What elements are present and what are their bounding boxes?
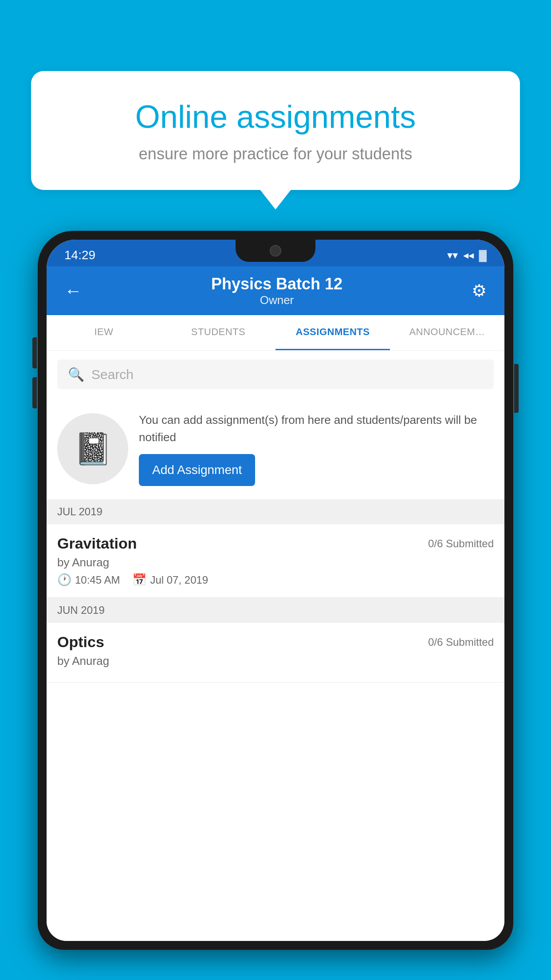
search-bar[interactable]: 🔍 Search	[57, 360, 494, 389]
tab-assignments[interactable]: ASSIGNMENTS	[276, 315, 390, 350]
tab-students[interactable]: STUDENTS	[161, 315, 276, 350]
signal-icon: ◂◂	[463, 249, 474, 261]
assignment-top-row-optics: Optics 0/6 Submitted	[57, 633, 494, 651]
clock-icon: 🕐	[57, 573, 71, 587]
assignment-top-row: Gravitation 0/6 Submitted	[57, 535, 494, 552]
tabs-bar: IEW STUDENTS ASSIGNMENTS ANNOUNCEM…	[47, 315, 504, 351]
volume-up-button	[32, 337, 37, 368]
assignment-time: 🕐 10:45 AM	[57, 573, 120, 587]
volume-down-button	[32, 377, 37, 408]
app-bar-title: Physics Batch 12	[87, 275, 467, 293]
power-button	[514, 364, 519, 413]
assignment-meta: 🕐 10:45 AM 📅 Jul 07, 2019	[57, 573, 494, 587]
bubble-subtitle: ensure more practice for your students	[62, 145, 489, 163]
bubble-title: Online assignments	[62, 98, 489, 136]
app-bar-title-area: Physics Batch 12 Owner	[87, 275, 467, 307]
add-assignment-button[interactable]: Add Assignment	[139, 454, 255, 486]
phone-outer: 14:29 ▾▾ ◂◂ ▓ ← Physics Batch 12 Owner ⚙…	[38, 231, 513, 950]
section-header-jul: JUL 2019	[47, 499, 504, 524]
wifi-icon: ▾▾	[447, 249, 458, 261]
promo-text-area: You can add assignment(s) from here and …	[139, 411, 494, 486]
tab-iew[interactable]: IEW	[47, 315, 161, 350]
phone-notch	[236, 240, 315, 262]
speech-bubble-section: Online assignments ensure more practice …	[31, 71, 520, 190]
status-time: 14:29	[64, 248, 95, 262]
assignment-status: 0/6 Submitted	[428, 537, 494, 550]
phone-mockup: 14:29 ▾▾ ◂◂ ▓ ← Physics Batch 12 Owner ⚙…	[38, 231, 513, 980]
speech-bubble: Online assignments ensure more practice …	[31, 71, 520, 190]
assignment-date: 📅 Jul 07, 2019	[132, 573, 208, 587]
notebook-icon: 📓	[74, 431, 112, 467]
assignment-date-value: Jul 07, 2019	[150, 574, 208, 586]
assignment-time-value: 10:45 AM	[75, 574, 120, 586]
assignment-item-gravitation[interactable]: Gravitation 0/6 Submitted by Anurag 🕐 10…	[47, 524, 504, 598]
app-bar-subtitle: Owner	[87, 293, 467, 307]
search-icon: 🔍	[68, 367, 84, 382]
assignment-author: by Anurag	[57, 556, 494, 569]
section-header-jun: JUN 2019	[47, 598, 504, 623]
assignment-title: Gravitation	[57, 535, 137, 552]
promo-icon-circle: 📓	[57, 413, 128, 484]
front-camera	[270, 245, 281, 257]
promo-description: You can add assignment(s) from here and …	[139, 411, 494, 446]
phone-screen: 14:29 ▾▾ ◂◂ ▓ ← Physics Batch 12 Owner ⚙…	[47, 240, 504, 941]
status-icons: ▾▾ ◂◂ ▓	[447, 249, 487, 261]
tab-announcements[interactable]: ANNOUNCEM…	[390, 315, 504, 350]
battery-icon: ▓	[479, 249, 487, 261]
calendar-icon: 📅	[132, 573, 146, 587]
search-placeholder: Search	[91, 367, 134, 382]
promo-section: 📓 You can add assignment(s) from here an…	[47, 398, 504, 499]
back-button[interactable]: ←	[60, 277, 87, 305]
assignment-item-optics[interactable]: Optics 0/6 Submitted by Anurag	[47, 623, 504, 683]
app-bar: ← Physics Batch 12 Owner ⚙	[47, 266, 504, 315]
assignment-title-optics: Optics	[57, 633, 104, 651]
assignment-status-optics: 0/6 Submitted	[428, 636, 494, 648]
search-container: 🔍 Search	[47, 351, 504, 398]
assignment-author-optics: by Anurag	[57, 654, 494, 668]
settings-button[interactable]: ⚙	[467, 277, 491, 305]
content-area: 🔍 Search 📓 You can add assignment(s) fro…	[47, 351, 504, 941]
